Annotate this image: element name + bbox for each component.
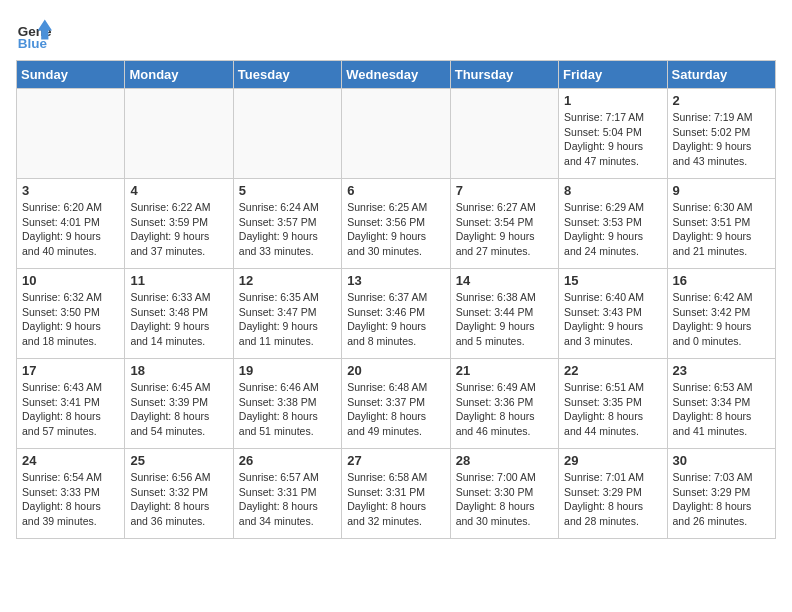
day-info: Sunrise: 6:45 AMSunset: 3:39 PMDaylight:…: [130, 380, 227, 439]
day-number: 14: [456, 273, 553, 288]
calendar-cell: 8Sunrise: 6:29 AMSunset: 3:53 PMDaylight…: [559, 179, 667, 269]
day-info: Sunrise: 6:51 AMSunset: 3:35 PMDaylight:…: [564, 380, 661, 439]
calendar-cell: 22Sunrise: 6:51 AMSunset: 3:35 PMDayligh…: [559, 359, 667, 449]
calendar-week-row: 3Sunrise: 6:20 AMSunset: 4:01 PMDaylight…: [17, 179, 776, 269]
calendar-cell: 15Sunrise: 6:40 AMSunset: 3:43 PMDayligh…: [559, 269, 667, 359]
day-info: Sunrise: 6:22 AMSunset: 3:59 PMDaylight:…: [130, 200, 227, 259]
day-number: 13: [347, 273, 444, 288]
day-header-thursday: Thursday: [450, 61, 558, 89]
day-number: 16: [673, 273, 770, 288]
day-info: Sunrise: 6:30 AMSunset: 3:51 PMDaylight:…: [673, 200, 770, 259]
day-info: Sunrise: 6:54 AMSunset: 3:33 PMDaylight:…: [22, 470, 119, 529]
day-number: 6: [347, 183, 444, 198]
calendar-cell: 18Sunrise: 6:45 AMSunset: 3:39 PMDayligh…: [125, 359, 233, 449]
calendar-cell: 4Sunrise: 6:22 AMSunset: 3:59 PMDaylight…: [125, 179, 233, 269]
day-number: 21: [456, 363, 553, 378]
day-number: 7: [456, 183, 553, 198]
day-info: Sunrise: 6:48 AMSunset: 3:37 PMDaylight:…: [347, 380, 444, 439]
day-info: Sunrise: 7:01 AMSunset: 3:29 PMDaylight:…: [564, 470, 661, 529]
day-info: Sunrise: 6:20 AMSunset: 4:01 PMDaylight:…: [22, 200, 119, 259]
calendar-cell: 21Sunrise: 6:49 AMSunset: 3:36 PMDayligh…: [450, 359, 558, 449]
day-number: 3: [22, 183, 119, 198]
day-info: Sunrise: 6:37 AMSunset: 3:46 PMDaylight:…: [347, 290, 444, 349]
day-number: 2: [673, 93, 770, 108]
day-header-friday: Friday: [559, 61, 667, 89]
day-info: Sunrise: 7:00 AMSunset: 3:30 PMDaylight:…: [456, 470, 553, 529]
day-info: Sunrise: 6:25 AMSunset: 3:56 PMDaylight:…: [347, 200, 444, 259]
calendar-header-row: SundayMondayTuesdayWednesdayThursdayFrid…: [17, 61, 776, 89]
day-number: 5: [239, 183, 336, 198]
day-header-monday: Monday: [125, 61, 233, 89]
day-number: 28: [456, 453, 553, 468]
calendar-cell: 30Sunrise: 7:03 AMSunset: 3:29 PMDayligh…: [667, 449, 775, 539]
calendar-cell: 23Sunrise: 6:53 AMSunset: 3:34 PMDayligh…: [667, 359, 775, 449]
day-number: 18: [130, 363, 227, 378]
day-number: 23: [673, 363, 770, 378]
logo: General Blue: [16, 16, 52, 52]
calendar-cell: 19Sunrise: 6:46 AMSunset: 3:38 PMDayligh…: [233, 359, 341, 449]
calendar-cell: 26Sunrise: 6:57 AMSunset: 3:31 PMDayligh…: [233, 449, 341, 539]
calendar-cell: 11Sunrise: 6:33 AMSunset: 3:48 PMDayligh…: [125, 269, 233, 359]
day-info: Sunrise: 7:19 AMSunset: 5:02 PMDaylight:…: [673, 110, 770, 169]
day-info: Sunrise: 6:27 AMSunset: 3:54 PMDaylight:…: [456, 200, 553, 259]
calendar-cell: 1Sunrise: 7:17 AMSunset: 5:04 PMDaylight…: [559, 89, 667, 179]
day-info: Sunrise: 6:42 AMSunset: 3:42 PMDaylight:…: [673, 290, 770, 349]
day-info: Sunrise: 6:46 AMSunset: 3:38 PMDaylight:…: [239, 380, 336, 439]
calendar-cell: 16Sunrise: 6:42 AMSunset: 3:42 PMDayligh…: [667, 269, 775, 359]
day-number: 11: [130, 273, 227, 288]
calendar-cell: 29Sunrise: 7:01 AMSunset: 3:29 PMDayligh…: [559, 449, 667, 539]
day-number: 30: [673, 453, 770, 468]
calendar-week-row: 1Sunrise: 7:17 AMSunset: 5:04 PMDaylight…: [17, 89, 776, 179]
day-info: Sunrise: 6:58 AMSunset: 3:31 PMDaylight:…: [347, 470, 444, 529]
logo-icon: General Blue: [16, 16, 52, 52]
calendar-cell: [125, 89, 233, 179]
day-info: Sunrise: 6:56 AMSunset: 3:32 PMDaylight:…: [130, 470, 227, 529]
day-number: 12: [239, 273, 336, 288]
calendar-cell: 12Sunrise: 6:35 AMSunset: 3:47 PMDayligh…: [233, 269, 341, 359]
day-info: Sunrise: 6:57 AMSunset: 3:31 PMDaylight:…: [239, 470, 336, 529]
calendar: SundayMondayTuesdayWednesdayThursdayFrid…: [16, 60, 776, 539]
day-number: 24: [22, 453, 119, 468]
calendar-week-row: 10Sunrise: 6:32 AMSunset: 3:50 PMDayligh…: [17, 269, 776, 359]
calendar-cell: 27Sunrise: 6:58 AMSunset: 3:31 PMDayligh…: [342, 449, 450, 539]
calendar-week-row: 24Sunrise: 6:54 AMSunset: 3:33 PMDayligh…: [17, 449, 776, 539]
day-number: 8: [564, 183, 661, 198]
day-info: Sunrise: 6:24 AMSunset: 3:57 PMDaylight:…: [239, 200, 336, 259]
day-number: 1: [564, 93, 661, 108]
day-number: 20: [347, 363, 444, 378]
day-info: Sunrise: 6:38 AMSunset: 3:44 PMDaylight:…: [456, 290, 553, 349]
day-number: 29: [564, 453, 661, 468]
calendar-cell: 2Sunrise: 7:19 AMSunset: 5:02 PMDaylight…: [667, 89, 775, 179]
day-info: Sunrise: 6:35 AMSunset: 3:47 PMDaylight:…: [239, 290, 336, 349]
calendar-cell: 24Sunrise: 6:54 AMSunset: 3:33 PMDayligh…: [17, 449, 125, 539]
calendar-cell: 28Sunrise: 7:00 AMSunset: 3:30 PMDayligh…: [450, 449, 558, 539]
day-number: 27: [347, 453, 444, 468]
calendar-cell: 3Sunrise: 6:20 AMSunset: 4:01 PMDaylight…: [17, 179, 125, 269]
day-number: 15: [564, 273, 661, 288]
calendar-cell: [233, 89, 341, 179]
calendar-cell: 20Sunrise: 6:48 AMSunset: 3:37 PMDayligh…: [342, 359, 450, 449]
day-number: 19: [239, 363, 336, 378]
calendar-cell: 17Sunrise: 6:43 AMSunset: 3:41 PMDayligh…: [17, 359, 125, 449]
calendar-cell: 5Sunrise: 6:24 AMSunset: 3:57 PMDaylight…: [233, 179, 341, 269]
day-number: 17: [22, 363, 119, 378]
day-header-saturday: Saturday: [667, 61, 775, 89]
calendar-week-row: 17Sunrise: 6:43 AMSunset: 3:41 PMDayligh…: [17, 359, 776, 449]
day-info: Sunrise: 7:17 AMSunset: 5:04 PMDaylight:…: [564, 110, 661, 169]
day-number: 9: [673, 183, 770, 198]
page-header: General Blue: [16, 16, 776, 52]
day-info: Sunrise: 6:33 AMSunset: 3:48 PMDaylight:…: [130, 290, 227, 349]
calendar-cell: 6Sunrise: 6:25 AMSunset: 3:56 PMDaylight…: [342, 179, 450, 269]
calendar-cell: [342, 89, 450, 179]
day-info: Sunrise: 6:53 AMSunset: 3:34 PMDaylight:…: [673, 380, 770, 439]
day-header-sunday: Sunday: [17, 61, 125, 89]
calendar-cell: 25Sunrise: 6:56 AMSunset: 3:32 PMDayligh…: [125, 449, 233, 539]
calendar-cell: 9Sunrise: 6:30 AMSunset: 3:51 PMDaylight…: [667, 179, 775, 269]
calendar-cell: 14Sunrise: 6:38 AMSunset: 3:44 PMDayligh…: [450, 269, 558, 359]
day-number: 22: [564, 363, 661, 378]
day-info: Sunrise: 6:43 AMSunset: 3:41 PMDaylight:…: [22, 380, 119, 439]
calendar-cell: 7Sunrise: 6:27 AMSunset: 3:54 PMDaylight…: [450, 179, 558, 269]
day-number: 26: [239, 453, 336, 468]
calendar-cell: 10Sunrise: 6:32 AMSunset: 3:50 PMDayligh…: [17, 269, 125, 359]
day-number: 4: [130, 183, 227, 198]
